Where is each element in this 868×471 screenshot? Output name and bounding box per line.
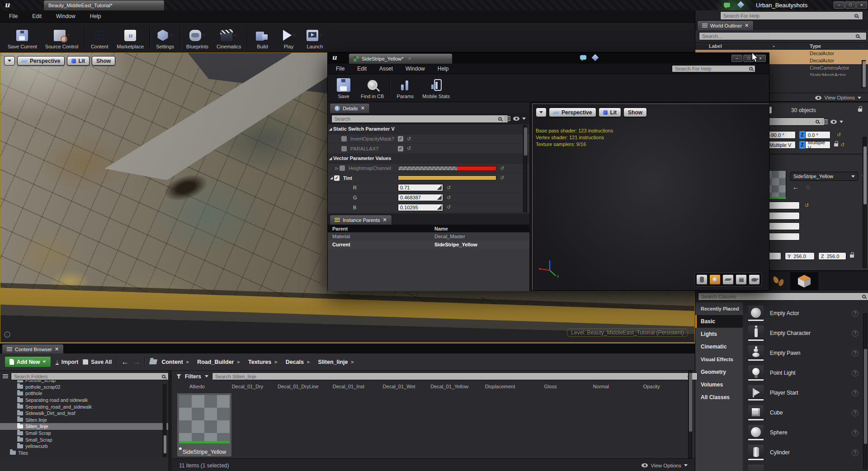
reset-icon[interactable] — [500, 175, 504, 181]
source-control-button[interactable]: Source Control — [41, 23, 82, 52]
asset-label[interactable]: Opacity — [626, 384, 677, 389]
minimize-button[interactable]: – — [834, 1, 844, 9]
material-select-dropdown[interactable]: SideStripe_Yellow — [790, 172, 858, 181]
save-all-button[interactable]: Save All — [83, 359, 112, 365]
place-item-player-start[interactable]: Player Start ? — [743, 383, 865, 403]
tree-scrollbar[interactable] — [163, 384, 166, 457]
override-checkbox[interactable]: ✓ — [334, 175, 340, 181]
details-scrollbar[interactable] — [523, 125, 527, 212]
viewport-options-dropdown[interactable] — [4, 56, 15, 66]
help-badge-icon[interactable]: ? — [852, 350, 859, 357]
outliner-view-options[interactable]: View Options — [815, 95, 861, 100]
find-in-browser-icon[interactable] — [806, 185, 810, 189]
back-button[interactable]: ← — [121, 358, 128, 366]
add-new-button[interactable]: Add New — [5, 356, 51, 367]
add-filter-icon[interactable]: + — [862, 33, 865, 39]
menu-edit[interactable]: Edit — [351, 64, 373, 74]
perspective-button[interactable]: Perspective — [17, 56, 65, 66]
details-search-input[interactable] — [331, 115, 508, 123]
window-minimize-button[interactable]: – — [731, 55, 742, 62]
scroll-thumb[interactable] — [863, 61, 866, 87]
category-geometry[interactable]: Geometry — [695, 366, 743, 378]
category-all-classes[interactable]: All Classes — [695, 391, 743, 404]
feedback-bubble-icon[interactable] — [724, 3, 730, 7]
material-instance-editor-window[interactable]: u SideStripe_Yellow* ✕ – □ × File Edit A… — [327, 52, 769, 291]
save-button[interactable]: Save — [330, 74, 357, 102]
folder-row[interactable]: pothole_scrap02 — [0, 384, 168, 391]
lock-icon[interactable] — [858, 108, 862, 112]
place-item-partial[interactable] — [743, 462, 865, 471]
b-value-input[interactable]: 0.10295 — [398, 204, 443, 211]
override-checkbox[interactable] — [341, 146, 347, 151]
scroll-thumb[interactable] — [164, 435, 166, 453]
find-in-cb-button[interactable]: Find in CB — [357, 74, 388, 102]
preview-cylinder-button[interactable] — [696, 274, 708, 285]
marketplace-button[interactable]: u Marketplace — [113, 23, 148, 52]
category-visual-effects[interactable]: Visual Effects — [695, 353, 743, 366]
param-heightmap-channel[interactable]: ▷ HeightmapChannel — [328, 164, 529, 174]
eye-icon[interactable] — [513, 117, 519, 121]
lock-icon[interactable] — [850, 254, 854, 258]
asset-label[interactable]: Decal_01_Inst — [323, 384, 374, 389]
chevron-down-icon[interactable] — [840, 121, 843, 123]
mobile-stats-button[interactable]: Mobile Stats — [418, 74, 454, 102]
preview-options-dropdown[interactable] — [536, 108, 547, 117]
scale-z-value[interactable]: Multiple V — [805, 141, 830, 149]
help-badge-icon[interactable]: ? — [852, 449, 859, 456]
place-item-sphere[interactable]: Sphere ? — [743, 423, 865, 443]
preview-show-button[interactable]: Show — [623, 108, 647, 117]
preview-sphere-button[interactable] — [709, 274, 721, 285]
scroll-thumb[interactable] — [864, 349, 867, 444]
asset-label[interactable]: Decal_01_Yellow — [424, 384, 475, 389]
property-matrix-icon[interactable] — [822, 119, 828, 124]
category-cinematic[interactable]: Cinematic — [695, 340, 743, 353]
folder-row[interactable]: Sidewalk_Dirt_and_leaf — [0, 410, 168, 417]
menu-help[interactable]: Help — [84, 11, 108, 21]
lit-button[interactable]: Lit — [67, 56, 90, 66]
folder-row[interactable]: Pothole_scrap — [0, 380, 168, 384]
folder-row[interactable]: Separating road and sidewalk — [0, 397, 168, 404]
folder-row[interactable]: Separating_road_and_sidewalk — [0, 403, 168, 410]
override-checkbox[interactable] — [340, 165, 345, 171]
save-current-button[interactable]: Save Current — [4, 23, 41, 52]
menu-window[interactable]: Window — [399, 64, 431, 74]
value-checkbox[interactable]: ✓ — [398, 136, 403, 141]
place-item-cylinder[interactable]: Cylinder ? — [743, 443, 865, 462]
tab-instance-parents[interactable]: Instance Parents ✕ — [330, 215, 392, 225]
reset-icon[interactable] — [500, 165, 504, 171]
menu-edit[interactable]: Edit — [26, 11, 48, 21]
reset-icon[interactable] — [447, 195, 451, 201]
feedback-bubble-icon[interactable] — [580, 55, 586, 60]
folder-row[interactable]: Small_Scrap — [0, 436, 168, 443]
reset-icon[interactable] — [407, 146, 411, 151]
outliner-scrollbar[interactable] — [862, 60, 866, 88]
params-button[interactable]: Params — [392, 74, 418, 102]
column-type[interactable]: Type — [810, 43, 821, 49]
asset-label[interactable]: Decal_01_Dry — [222, 384, 273, 389]
close-button[interactable]: × — [856, 1, 867, 9]
scale-y-value[interactable]: Multiple V — [767, 141, 796, 149]
vector-params-section-header[interactable]: ◢ Vector Parameter Values — [328, 154, 529, 164]
import-button[interactable]: ↓ Import — [56, 359, 78, 365]
filters-button[interactable]: Filters — [185, 373, 201, 380]
sources-toggle-icon[interactable] — [3, 374, 8, 379]
category-lights[interactable]: Lights — [695, 328, 743, 340]
help-badge-icon[interactable]: ? — [852, 429, 859, 436]
asset-label[interactable]: Albedo — [172, 384, 222, 389]
size-z-box[interactable]: Z256.0 — [818, 252, 846, 260]
place-search-input[interactable] — [698, 292, 868, 301]
preview-cube-button[interactable] — [736, 274, 747, 285]
tint-color-swatch[interactable] — [398, 175, 496, 180]
reset-icon[interactable] — [837, 132, 841, 138]
reset-icon[interactable] — [447, 185, 451, 191]
preview-lit-button[interactable]: Lit — [599, 108, 621, 117]
place-item-cube[interactable]: Cube ? — [743, 403, 865, 423]
category-basic[interactable]: Basic — [695, 315, 743, 328]
parent-row-material[interactable]: Material Decal_Master — [328, 232, 529, 240]
menu-asset[interactable]: Asset — [373, 64, 399, 74]
heightmap-color-swatch[interactable] — [398, 166, 496, 171]
world-origin-icon[interactable]: ◦ — [4, 331, 10, 338]
param-parallax[interactable]: PARALLAX? ✓ — [328, 144, 529, 154]
asset-label[interactable]: Decal_01_Wet — [374, 384, 425, 389]
column-label[interactable]: Label — [709, 43, 722, 49]
